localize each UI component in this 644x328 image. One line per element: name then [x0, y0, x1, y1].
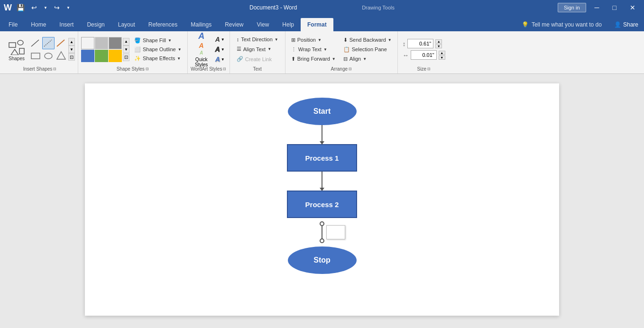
save-button[interactable]: 💾 [15, 3, 27, 12]
style-item-5[interactable] [95, 50, 108, 62]
text-outline-button[interactable]: A ▼ [213, 45, 227, 54]
shapes-scroll-up[interactable]: ▲ [68, 38, 75, 46]
flowchart-arrow-2 [322, 172, 322, 191]
sign-in-button[interactable]: Sign in [558, 3, 586, 12]
wordart-styles-content: A A A Quick Styles A ▼ A ▼ [191, 33, 227, 65]
title-bar: W 💾 ↩ ▼ ↪ ▼ Document3 - Word Drawing Too… [0, 0, 644, 15]
width-up[interactable]: ▲ [439, 51, 445, 55]
wrap-text-button[interactable]: ⋮ Wrap Text ▼ [288, 45, 339, 54]
width-spinner: ▲ ▼ [439, 51, 445, 60]
align-dropdown[interactable]: ▼ [363, 57, 367, 61]
shape-effects-dropdown[interactable]: ▼ [177, 56, 181, 61]
flowchart-start[interactable]: Start [288, 98, 357, 125]
customize-quick-access-button[interactable]: ▼ [64, 5, 72, 11]
tab-file[interactable]: File [2, 18, 24, 31]
bring-forward-icon: ⬆ [291, 56, 295, 62]
redo-button[interactable]: ↪ [52, 3, 62, 12]
shapes-button[interactable]: Shapes [5, 36, 28, 63]
shape-styles-expand-icon[interactable]: ⊡ [146, 67, 149, 71]
connector-handle-top[interactable] [320, 221, 324, 226]
size-expand-icon[interactable]: ⊡ [427, 67, 431, 71]
shape-effects-button[interactable]: ✨ Shape Effects ▼ [131, 54, 184, 63]
tab-mailings[interactable]: Mailings [184, 18, 218, 31]
style-scroll-down[interactable]: ▼ [123, 46, 129, 53]
align-button[interactable]: ⊟ Align ▼ [340, 55, 395, 64]
height-icon: ↕ [403, 40, 406, 47]
maximize-button[interactable]: □ [608, 2, 621, 13]
flowchart-process1[interactable]: Process 1 [287, 144, 357, 172]
shape-outline-dropdown[interactable]: ▼ [178, 47, 182, 52]
wordart-expand-icon[interactable]: ⊡ [223, 67, 226, 71]
send-backward-button[interactable]: ⬇ Send Backward ▼ [340, 36, 395, 45]
create-link-icon: 🔗 [237, 56, 243, 62]
shape-fill-dropdown[interactable]: ▼ [168, 38, 172, 43]
text-effects-button[interactable]: A ▼ [213, 55, 227, 64]
text-fill-button[interactable]: A ▼ [213, 35, 227, 44]
undo-dropdown-button[interactable]: ▼ [42, 5, 49, 11]
style-scroll-more[interactable]: ⊡ [123, 54, 129, 61]
arrange-expand-icon[interactable]: ⊡ [349, 67, 352, 71]
shape-thumb-line1[interactable] [29, 37, 42, 49]
height-up[interactable]: ▲ [435, 39, 442, 44]
height-input[interactable] [407, 39, 433, 48]
shapes-scroll-down[interactable]: ▼ [68, 46, 75, 53]
selection-pane-button[interactable]: 📋 Selection Pane [340, 45, 395, 54]
tab-view[interactable]: View [250, 18, 276, 31]
style-item-1[interactable] [81, 37, 94, 49]
style-item-2[interactable] [95, 37, 108, 49]
tab-help[interactable]: Help [276, 18, 301, 31]
text-direction-button[interactable]: ↕ Text Direction ▼ [233, 35, 282, 44]
tab-review[interactable]: Review [218, 18, 250, 31]
style-item-3[interactable] [109, 37, 122, 49]
undo-button[interactable]: ↩ [29, 3, 39, 12]
tell-me-box[interactable]: 💡 Tell me what you want to do [517, 18, 607, 31]
align-text-dropdown[interactable]: ▼ [267, 47, 271, 51]
quick-styles-button[interactable]: A A A Quick Styles [191, 36, 212, 63]
minimize-button[interactable]: ─ [590, 2, 604, 13]
shape-thumb-6[interactable] [55, 50, 67, 62]
height-down[interactable]: ▼ [435, 44, 442, 48]
send-backward-dropdown[interactable]: ▼ [388, 38, 392, 42]
shape-thumb-5[interactable] [42, 50, 55, 62]
connector-segment: ≡ [322, 224, 322, 241]
flowchart-process2[interactable]: Process 2 ≡ [287, 191, 357, 218]
tab-home[interactable]: Home [24, 18, 53, 31]
tab-insert[interactable]: Insert [53, 18, 80, 31]
text-direction-dropdown[interactable]: ▼ [275, 37, 278, 42]
position-button[interactable]: ⊞ Position ▼ [288, 36, 339, 45]
shape-thumb-line2[interactable] [42, 37, 55, 49]
shapes-scroll-more[interactable]: ⊡ [68, 53, 75, 61]
bring-forward-dropdown[interactable]: ▼ [332, 57, 336, 61]
flowchart-stop[interactable]: Stop [288, 246, 357, 274]
connector-handle-bottom[interactable] [320, 238, 324, 243]
bring-forward-button[interactable]: ⬆ Bring Forward ▼ [288, 55, 339, 64]
align-text-button[interactable]: ☰ Align Text ▼ [233, 45, 282, 54]
shape-outline-button[interactable]: ⬜ Shape Outline ▼ [131, 45, 184, 54]
width-down[interactable]: ▼ [439, 55, 445, 60]
shapes-gallery [29, 37, 67, 62]
tab-layout[interactable]: Layout [111, 18, 142, 31]
tab-design[interactable]: Design [80, 18, 111, 31]
arrange-buttons: ⊞ Position ▼ ⋮ Wrap Text ▼ ⬆ Bring Forwa… [288, 36, 395, 64]
style-scroll: ▲ ▼ ⊡ [123, 37, 129, 62]
wrap-text-dropdown[interactable]: ▼ [323, 47, 327, 52]
share-button[interactable]: 👤 Share [610, 18, 642, 31]
connector-tooltip[interactable]: ≡ [326, 225, 345, 239]
tab-format[interactable]: Format [301, 18, 333, 31]
shape-fill-button[interactable]: 🪣 Shape Fill ▼ [131, 36, 184, 45]
tab-references[interactable]: References [142, 18, 184, 31]
style-item-6[interactable] [109, 50, 122, 62]
close-button[interactable]: ✕ [625, 2, 640, 13]
insert-shapes-group: Shapes [2, 31, 78, 73]
insert-shapes-expand-icon[interactable]: ⊡ [53, 67, 56, 71]
width-input[interactable] [411, 50, 437, 60]
shape-outline-icon: ⬜ [134, 46, 141, 53]
style-item-4[interactable] [81, 50, 94, 62]
shape-thumb-4[interactable] [29, 50, 42, 62]
style-scroll-up[interactable]: ▲ [123, 38, 129, 46]
shape-effects-icon: ✨ [134, 55, 141, 62]
shape-thumb-line3[interactable] [55, 37, 67, 49]
arrange-group-label: Arrange ⊡ [331, 65, 352, 73]
shape-styles-group: ▲ ▼ ⊡ 🪣 Shape Fill ▼ ⬜ Shape Outline ▼ [78, 31, 188, 73]
position-dropdown[interactable]: ▼ [318, 38, 322, 42]
